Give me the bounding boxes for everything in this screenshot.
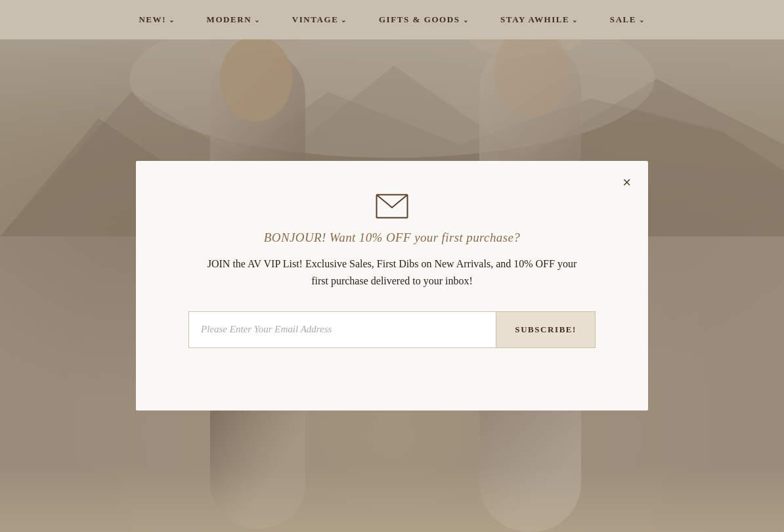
chevron-icon-stay-awhile: ⌄ [572,16,578,24]
chevron-icon-sale: ⌄ [639,16,645,24]
chevron-icon-gifts-goods: ⌄ [463,16,469,24]
nav-label-modern: MODERN [207,14,252,25]
subscribe-button[interactable]: SUBSCRIBE! [496,311,596,348]
email-input[interactable] [188,311,496,348]
nav-label-new: NEW! [139,14,166,25]
nav-item-sale[interactable]: SALE ⌄ [610,14,645,25]
close-button[interactable]: × [619,173,635,192]
navbar: NEW! ⌄ MODERN ⌄ VINTAGE ⌄ GIFTS & GOODS … [0,0,784,39]
chevron-icon-new: ⌄ [169,16,175,24]
modal-headline: BONJOUR! Want 10% OFF your first purchas… [264,231,520,245]
envelope-icon [376,194,408,219]
modal-overlay: × BONJOUR! Want 10% OFF your first purch… [0,39,784,532]
modal-body-text: JOIN the AV VIP List! Exclusive Sales, F… [202,255,582,290]
email-signup-modal: × BONJOUR! Want 10% OFF your first purch… [136,161,648,410]
nav-item-modern[interactable]: MODERN ⌄ [207,14,261,25]
chevron-icon-vintage: ⌄ [341,16,347,24]
nav-item-stay-awhile[interactable]: STAY AWHILE ⌄ [500,14,578,25]
nav-item-gifts-goods[interactable]: GIFTS & GOODS ⌄ [379,14,469,25]
chevron-icon-modern: ⌄ [254,16,261,24]
nav-label-gifts-goods: GIFTS & GOODS [379,14,460,25]
nav-item-new[interactable]: NEW! ⌄ [139,14,175,25]
hero-background: × BONJOUR! Want 10% OFF your first purch… [0,39,784,532]
nav-label-sale: SALE [610,14,636,25]
modal-form: SUBSCRIBE! [188,311,596,348]
nav-label-vintage: VINTAGE [292,14,339,25]
nav-label-stay-awhile: STAY AWHILE [500,14,569,25]
nav-item-vintage[interactable]: VINTAGE ⌄ [292,14,347,25]
